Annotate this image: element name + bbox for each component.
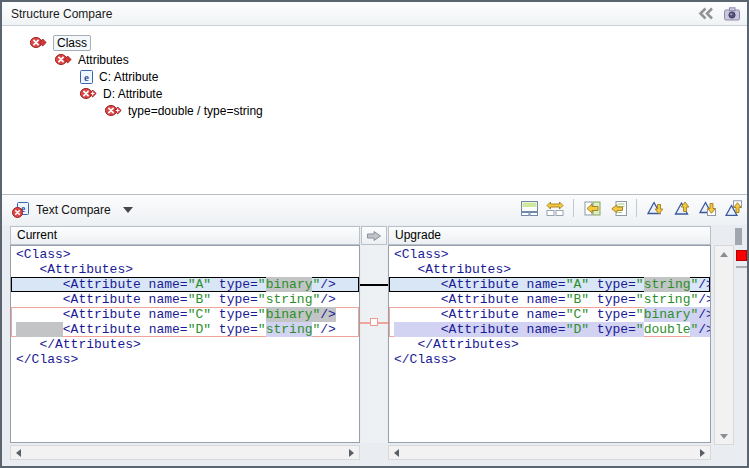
- scroll-down-button[interactable]: [715, 428, 733, 444]
- scroll-right-button[interactable]: [344, 446, 359, 459]
- code-line: <Attribute name="A" type="binary"/>: [11, 277, 359, 292]
- scroll-left-button[interactable]: [11, 446, 26, 459]
- tree-item-type-double-type-string[interactable]: type=double / type=string: [2, 102, 747, 119]
- tree-item-label: D: Attribute: [103, 87, 162, 101]
- scroll-right-button[interactable]: [695, 446, 710, 459]
- code-line: <Class>: [11, 247, 359, 262]
- text-compare-toolbar: [519, 198, 743, 218]
- conflict-diff-handle[interactable]: [370, 318, 378, 326]
- direction-right-arrow-icon: [366, 230, 382, 242]
- gutter-header: [361, 226, 387, 245]
- compare-editor-window: Structure Compare ClassAttributeseC: Att…: [0, 0, 749, 468]
- element-icon: e: [80, 70, 93, 84]
- diff-gutter: [361, 245, 387, 443]
- right-pane-header: Upgrade: [388, 226, 711, 245]
- overview-ruler[interactable]: [736, 247, 748, 443]
- structure-compare-title: Structure Compare: [2, 7, 112, 21]
- right-horizontal-scrollbar[interactable]: [388, 445, 711, 460]
- text-compare-icon: e: [12, 202, 29, 218]
- left-pane-header: Current: [10, 226, 360, 245]
- svg-text:e: e: [84, 70, 89, 82]
- two-pane-layout-icon[interactable]: [519, 198, 539, 218]
- toolbar-separator: [636, 199, 637, 217]
- structure-compare-tree[interactable]: ClassAttributeseC: AttributeD: Attribute…: [2, 26, 747, 194]
- swap-left-right-icon[interactable]: [545, 198, 565, 218]
- right-arrow-icon: [349, 449, 354, 457]
- left-code-pane[interactable]: <Class> <Attributes> <Attribute name="A"…: [10, 245, 360, 443]
- left-horizontal-scrollbar[interactable]: [10, 445, 360, 460]
- copy-current-right-to-left-icon[interactable]: [608, 198, 628, 218]
- text-compare-header: e Text Compare: [2, 194, 747, 225]
- selected-diff-block[interactable]: <Attribute name="A" type="string"/>: [389, 277, 710, 292]
- conflict-icon: [55, 53, 72, 66]
- previous-difference-icon[interactable]: [671, 198, 691, 218]
- code-line: <Attribute name="A" type="string"/>: [389, 277, 710, 292]
- tree-item-c-attribute[interactable]: eC: Attribute: [2, 68, 747, 85]
- code-line: <Attribute name="C" type="binary"/>: [389, 307, 710, 322]
- scroll-left-button[interactable]: [389, 446, 404, 459]
- code-line: <Attribute name="C" type="binary"/>: [11, 307, 359, 322]
- structure-compare-toolbar: [697, 5, 741, 22]
- tree-item-d-attribute[interactable]: D: Attribute: [2, 85, 747, 102]
- code-line: </Class>: [389, 352, 710, 367]
- text-compare-title: Text Compare: [36, 203, 111, 217]
- right-pane-title: Upgrade: [395, 228, 441, 242]
- conflict-diff-block[interactable]: <Attribute name="C" type="binary"/> <Att…: [11, 307, 359, 337]
- code-line: </Attributes>: [389, 337, 710, 352]
- next-difference-icon[interactable]: [645, 198, 665, 218]
- conflict-add-icon: [105, 104, 122, 117]
- tree-item-label: C: Attribute: [99, 70, 158, 84]
- overview-ruler-header: [735, 228, 742, 245]
- image-compare-icon[interactable]: [723, 5, 741, 22]
- right-code-pane[interactable]: <Class> <Attributes> <Attribute name="A"…: [388, 245, 711, 443]
- conflict-diff-block[interactable]: <Attribute name="C" type="binary"/> <Att…: [389, 307, 710, 337]
- code-line: <Attribute name="D" type="double"/>: [389, 322, 710, 337]
- tree-item-label: Class: [53, 35, 91, 51]
- down-arrow-icon: [720, 434, 728, 439]
- conflict-icon: [30, 36, 47, 49]
- selected-diff-connector: [360, 284, 388, 286]
- code-line: <Attributes>: [11, 262, 359, 277]
- code-line: </Class>: [11, 352, 359, 367]
- copy-all-right-to-left-icon[interactable]: [582, 198, 602, 218]
- code-line: <Attribute name="B" type="string"/>: [389, 292, 710, 307]
- up-arrow-icon: [720, 252, 728, 257]
- structure-compare-header: Structure Compare: [2, 2, 747, 26]
- left-arrow-icon: [16, 449, 21, 457]
- change-marker[interactable]: [736, 266, 747, 268]
- scroll-up-button[interactable]: [715, 246, 733, 262]
- code-line: <Attribute name="D" type="string"/>: [11, 322, 359, 337]
- toolbar-separator: [573, 199, 574, 217]
- collapse-all-icon[interactable]: [697, 5, 715, 22]
- left-pane-title: Current: [17, 228, 57, 242]
- conflict-marker[interactable]: [736, 250, 747, 261]
- code-line: <Attributes>: [389, 262, 710, 277]
- dropdown-caret-icon[interactable]: [123, 207, 133, 213]
- conflict-add-icon: [80, 87, 97, 100]
- previous-change-icon[interactable]: [723, 198, 743, 218]
- left-arrow-icon: [394, 449, 399, 457]
- tree-item-label: type=double / type=string: [128, 104, 263, 118]
- vertical-scrollbar[interactable]: [714, 245, 734, 445]
- next-change-icon[interactable]: [697, 198, 717, 218]
- tree-item-attributes[interactable]: Attributes: [2, 51, 747, 68]
- right-arrow-icon: [700, 449, 705, 457]
- code-line: <Attribute name="B" type="string"/>: [11, 292, 359, 307]
- code-line: </Attributes>: [11, 337, 359, 352]
- tree-item-label: Attributes: [78, 53, 129, 67]
- selected-diff-block[interactable]: <Attribute name="A" type="binary"/>: [11, 277, 359, 292]
- tree-item-class[interactable]: Class: [2, 34, 747, 51]
- code-line: <Class>: [389, 247, 710, 262]
